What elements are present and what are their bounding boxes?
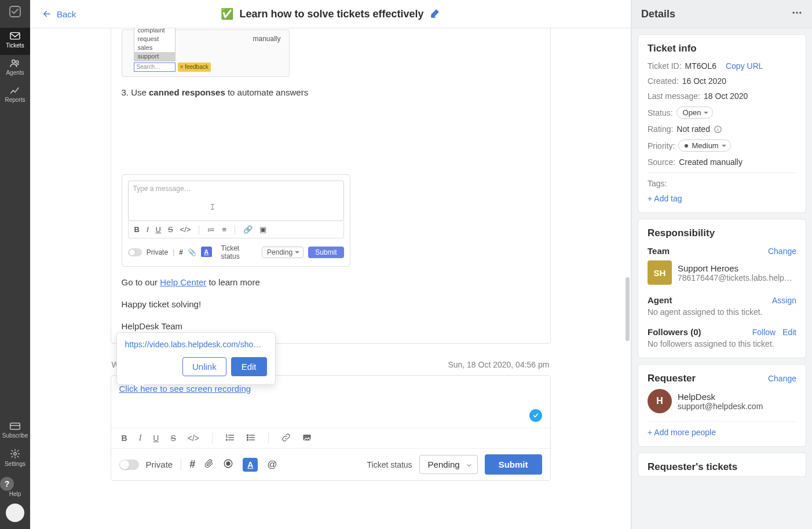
svg-point-6: [247, 434, 248, 435]
page-title: Learn how to solve tickets effectively: [239, 8, 423, 20]
sidebar-item-label: Settings: [5, 461, 25, 467]
svg-point-13: [793, 12, 795, 13]
question-icon: ?: [0, 477, 14, 491]
dots-icon: [791, 7, 803, 19]
step-3-text: 3. Use canned responses to automate answ…: [122, 86, 540, 99]
image-button[interactable]: [302, 434, 312, 443]
details-more-button[interactable]: [791, 7, 803, 21]
requester-avatar: H: [648, 389, 672, 413]
sidebar-item-tickets[interactable]: Tickets: [0, 28, 30, 55]
reply-composer: Click here to see screen recording B I U…: [111, 375, 551, 481]
shot2-bottombar: Private | # 📎 A Ticket status Pending Su…: [128, 244, 344, 260]
change-requester-button[interactable]: Change: [768, 374, 796, 383]
follow-button[interactable]: Follow: [752, 328, 776, 337]
shot1-search: Search…: [134, 63, 175, 72]
svg-point-3: [16, 61, 18, 63]
sidebar-item-subscribe[interactable]: Subscribe: [0, 418, 30, 445]
chart-icon: [9, 86, 21, 95]
users-icon: [9, 58, 21, 68]
recording-link[interactable]: Click here to see screen recording: [119, 384, 251, 394]
sidebar-item-label: Agents: [6, 69, 24, 76]
private-toggle[interactable]: [119, 460, 139, 470]
ordered-list-button[interactable]: [225, 434, 235, 443]
grammar-check-icon[interactable]: [529, 409, 542, 422]
hashtag-button[interactable]: #: [189, 458, 195, 471]
sidebar-item-label: Subscribe: [2, 432, 28, 439]
composer-actions: Private # A @ Ticket status: [111, 449, 550, 480]
svg-rect-1: [10, 32, 20, 39]
main-column: Back ✅ Learn how to solve tickets effect…: [30, 0, 631, 529]
agent-none: No agent assigned to this ticket.: [648, 307, 796, 317]
card-title: Requester's tickets: [648, 461, 796, 473]
add-people-button[interactable]: + Add more people: [648, 428, 716, 437]
edit-followers-button[interactable]: Edit: [782, 328, 796, 337]
team-avatar: SH: [648, 260, 672, 285]
edit-title-button[interactable]: [430, 8, 440, 20]
popover-url[interactable]: https://video.labs.helpdesk.com/show/...: [125, 340, 267, 349]
arrow-left-icon: [42, 9, 52, 19]
topbar: Back ✅ Learn how to solve tickets effect…: [30, 0, 631, 28]
requester-email: support@helpdesk.com: [678, 402, 763, 411]
team-name: Support Heroes: [678, 263, 793, 273]
unlink-button[interactable]: Unlink: [182, 357, 226, 376]
mention-button[interactable]: @: [267, 459, 277, 471]
ticket-id: MT6OL6: [685, 61, 716, 71]
sidebar-item-help[interactable]: ? Help: [0, 473, 30, 504]
app-logo[interactable]: [7, 3, 23, 20]
signature: HelpDesk Team: [122, 320, 540, 333]
sidebar-item-label: Help: [9, 491, 21, 497]
status-label: Ticket status: [367, 460, 412, 469]
bold-button[interactable]: B: [122, 434, 127, 443]
scrollbar-thumb[interactable]: [626, 277, 630, 341]
strike-button[interactable]: S: [170, 434, 175, 443]
private-label: Private: [146, 460, 173, 469]
status-select[interactable]: Pending: [419, 455, 478, 474]
card-title: Ticket info: [648, 43, 796, 54]
shot1-manual: manually: [253, 35, 280, 43]
assign-agent-button[interactable]: Assign: [772, 296, 796, 305]
text-color-button[interactable]: A: [243, 458, 258, 472]
change-team-button[interactable]: Change: [768, 247, 796, 256]
responsibility-card: Responsibility Team Change SH Support He…: [638, 219, 806, 358]
submit-button[interactable]: Submit: [485, 454, 542, 475]
status-pill[interactable]: Open: [676, 106, 714, 119]
format-toolbar: B I U S </>: [111, 428, 550, 449]
shot1-dropdown: complaint request sales support: [134, 28, 175, 61]
gear-icon: [9, 449, 21, 459]
svg-point-10: [305, 436, 306, 437]
shot2-toolbar: BIUS</> ≔≡ 🔗▣: [128, 221, 344, 238]
code-button[interactable]: </>: [188, 434, 199, 443]
sidebar-item-label: Tickets: [6, 42, 24, 49]
add-tag-button[interactable]: + Add tag: [648, 194, 682, 203]
card-title: Requester: [648, 373, 696, 384]
requester-name: HelpDesk: [678, 392, 763, 402]
unordered-list-button[interactable]: [246, 434, 255, 443]
user-avatar[interactable]: [6, 504, 24, 522]
envelope-icon: [9, 31, 21, 41]
followers-none: No followers assigned to this ticket.: [648, 339, 796, 348]
svg-rect-4: [10, 423, 20, 429]
attach-button[interactable]: [204, 458, 214, 471]
shot1-tag: feedback: [178, 63, 211, 72]
sidebar-item-reports[interactable]: Reports: [0, 82, 30, 109]
svg-point-15: [799, 12, 801, 13]
underline-button[interactable]: U: [153, 434, 159, 443]
record-button[interactable]: [223, 458, 233, 471]
sidebar-item-settings[interactable]: Settings: [0, 445, 30, 473]
team-email: 786176447@tickets.labs.helpde…: [678, 273, 793, 282]
edit-link-button[interactable]: Edit: [231, 357, 267, 376]
back-button[interactable]: Back: [42, 9, 76, 19]
svg-point-8: [247, 439, 248, 440]
help-center-link[interactable]: Help Center: [160, 277, 206, 287]
ticket-info-card: Ticket info Ticket ID: MT6OL6 Copy URL C…: [638, 34, 806, 213]
link-button[interactable]: [281, 433, 291, 444]
sidebar-item-agents[interactable]: Agents: [0, 55, 30, 82]
content-scroll[interactable]: manually complaint request sales support…: [30, 28, 631, 529]
info-icon[interactable]: [714, 125, 722, 134]
italic-button[interactable]: I: [139, 434, 142, 443]
card-icon: [9, 421, 21, 431]
sidebar-item-label: Reports: [5, 97, 25, 103]
priority-pill[interactable]: Medium: [678, 139, 730, 152]
composer-body[interactable]: Click here to see screen recording: [111, 376, 550, 428]
copy-url-button[interactable]: Copy URL: [726, 61, 763, 71]
